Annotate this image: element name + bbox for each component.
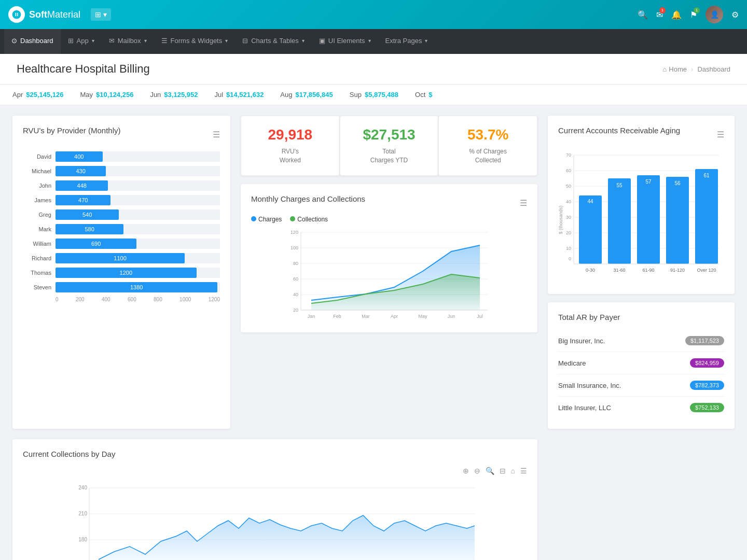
- kpi-rvu-value: 29,918: [250, 127, 331, 143]
- zoom-out-icon[interactable]: ⊖: [474, 467, 480, 475]
- payer-badge-1: $1,117,523: [685, 336, 724, 345]
- grid-menu-button[interactable]: ⊞ ▾: [91, 8, 111, 21]
- bar-row: William 690: [23, 239, 220, 249]
- svg-text:120: 120: [290, 230, 298, 235]
- collections-legend: Collections: [290, 216, 328, 223]
- nav-dashboard[interactable]: ⊙ Dashboard: [4, 29, 61, 54]
- bar-outer: 1100: [56, 253, 220, 263]
- bar-label: James: [23, 197, 51, 203]
- ticker-item-aug: Aug $17,856,845: [280, 91, 333, 99]
- nav-ui[interactable]: ▣ UI Elements ▾: [312, 29, 378, 54]
- ticker-item-apr: Apr $25,145,126: [12, 91, 64, 99]
- nav-forms[interactable]: ☰ Forms & Widgets ▾: [154, 29, 236, 54]
- ui-arrow: ▾: [368, 38, 371, 44]
- mailbox-icon: ✉: [109, 37, 115, 45]
- payer-list: Big Insurer, Inc. $1,117,523 Medicare $8…: [558, 330, 724, 418]
- svg-text:80: 80: [293, 261, 298, 266]
- ar-bar-61-90: [637, 175, 660, 264]
- ticker-oct-value: $: [428, 91, 432, 99]
- chart-legend: Charges Collections: [251, 216, 527, 223]
- flag-icon[interactable]: ⚑ 1: [690, 10, 697, 20]
- magnify-icon[interactable]: 🔍: [486, 467, 494, 475]
- bar-inner: 690: [56, 239, 136, 249]
- bar-inner: 1200: [56, 268, 197, 278]
- bar-outer: 540: [56, 209, 220, 220]
- ticker-may-label: May: [80, 91, 93, 99]
- svg-text:Mar: Mar: [362, 314, 370, 319]
- payer-row-3: Small Insurance, Inc. $782,373: [558, 374, 724, 397]
- breadcrumb-separator: ›: [691, 65, 693, 73]
- ticker-item-jun: Jun $3,125,952: [150, 91, 198, 99]
- ar-aging-menu-icon[interactable]: ☰: [717, 130, 724, 139]
- svg-text:100: 100: [290, 245, 298, 250]
- bar-outer: 580: [56, 224, 220, 234]
- total-ar-title: Total AR by Payer: [558, 313, 724, 321]
- svg-text:61: 61: [703, 173, 710, 178]
- menu-icon[interactable]: ☰: [520, 467, 527, 475]
- search-icon[interactable]: 🔍: [638, 10, 648, 20]
- bar-inner: 580: [56, 224, 123, 234]
- nav-forms-label: Forms & Widgets: [171, 37, 223, 45]
- kpi-rvu-label: RVU'sWorked: [250, 147, 331, 165]
- ticker-item-sup: Sup $5,875,488: [350, 91, 398, 99]
- home-icon[interactable]: ⌂: [511, 467, 515, 475]
- svg-text:20: 20: [566, 230, 571, 235]
- rvu-chart-menu-icon[interactable]: ☰: [213, 130, 220, 139]
- mail-icon[interactable]: ✉ 1: [656, 10, 663, 20]
- svg-text:40: 40: [566, 199, 571, 204]
- nav-extra-label: Extra Pages: [385, 37, 422, 45]
- ticker-jul-label: Jul: [214, 91, 223, 99]
- breadcrumb-home: ⌂ Home: [663, 65, 687, 73]
- bar-inner: 1100: [56, 253, 185, 263]
- bell-icon[interactable]: 🔔: [671, 10, 682, 20]
- bar-label: Thomas: [23, 270, 51, 276]
- payer-row-4: Little Insurer, LLC $752,133: [558, 397, 724, 418]
- svg-text:240: 240: [78, 485, 87, 491]
- nav-app-label: App: [77, 37, 89, 45]
- main-navbar: ⊙ Dashboard ⊞ App ▾ ✉ Mailbox ▾ ☰ Forms …: [0, 29, 747, 54]
- bar-row: James 470: [23, 195, 220, 205]
- bar-outer: 1200: [56, 268, 220, 278]
- monthly-line-chart: 120 100 80 60 40 20: [251, 227, 527, 320]
- page-header: Healthcare Hospital Billing ⌂ Home › Das…: [0, 54, 747, 85]
- payer-row-2: Medicare $824,959: [558, 352, 724, 374]
- nav-dashboard-label: Dashboard: [20, 37, 53, 45]
- download-icon[interactable]: ⊟: [500, 467, 506, 475]
- ticker-apr-value: $25,145,126: [26, 91, 63, 99]
- nav-mailbox[interactable]: ✉ Mailbox ▾: [102, 29, 154, 54]
- flag-badge: 1: [694, 7, 700, 13]
- ticker-apr-label: Apr: [12, 91, 23, 99]
- bar-label: William: [23, 241, 51, 247]
- rvu-chart-title: RVU's by Provider (Monthly): [23, 126, 120, 135]
- bar-row: Mark 580: [23, 224, 220, 234]
- svg-text:$ (thousands): $ (thousands): [558, 205, 563, 234]
- svg-text:61-90: 61-90: [642, 268, 654, 273]
- kpi-pct-value: 53.7%: [447, 127, 529, 143]
- svg-text:30: 30: [566, 215, 571, 220]
- monthly-chart-menu-icon[interactable]: ☰: [520, 198, 527, 208]
- bar-label: Greg: [23, 212, 51, 218]
- bar-inner: 430: [56, 166, 106, 176]
- kpi-row: 29,918 RVU'sWorked $27,513 TotalCharges …: [241, 116, 537, 176]
- ticker-jun-value: $3,125,952: [164, 91, 198, 99]
- svg-text:40: 40: [293, 292, 298, 297]
- settings-icon[interactable]: ⚙: [731, 10, 739, 20]
- breadcrumb-current: Dashboard: [697, 65, 730, 73]
- nav-app[interactable]: ⊞ App ▾: [61, 29, 102, 54]
- ticker-item-may: May $10,124,256: [80, 91, 134, 99]
- ticker-aug-value: $17,856,845: [296, 91, 333, 99]
- brand-name: SoftMaterial: [29, 9, 80, 20]
- payer-name-4: Little Insurer, LLC: [558, 404, 611, 412]
- bar-outer: 400: [56, 151, 220, 162]
- ui-icon: ▣: [319, 37, 325, 45]
- ticker-sup-value: $5,875,488: [365, 91, 398, 99]
- zoom-in-icon[interactable]: ⊕: [463, 467, 469, 475]
- ticker-jun-label: Jun: [150, 91, 161, 99]
- nav-extra[interactable]: Extra Pages ▾: [378, 29, 435, 54]
- ar-bar-91-120: [666, 177, 689, 264]
- nav-charts[interactable]: ⊟ Charts & Tables ▾: [235, 29, 312, 54]
- payer-name-3: Small Insurance, Inc.: [558, 382, 621, 389]
- brand-logo: [8, 6, 25, 23]
- bar-row: Richard 1100: [23, 253, 220, 263]
- avatar[interactable]: 👤: [706, 6, 723, 23]
